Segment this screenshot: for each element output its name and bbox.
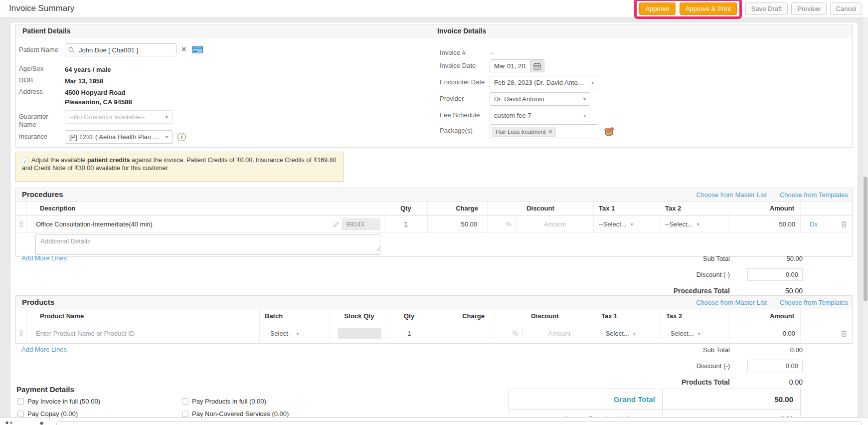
- packages-input[interactable]: Hair Loss treatment ×: [490, 124, 598, 139]
- pay-invoice-full-option[interactable]: Pay Invoice in full (50.00): [17, 398, 182, 405]
- choose-templates-link[interactable]: Choose from Templates: [780, 191, 848, 199]
- products-add-more-link[interactable]: Add More Lines: [21, 346, 67, 353]
- product-qty[interactable]: 1: [389, 323, 429, 343]
- choose-templates-link[interactable]: Choose from Templates: [780, 299, 848, 306]
- insurance-label: Insurance: [19, 130, 65, 141]
- col-discount: Discount: [494, 309, 596, 323]
- drag-handle-icon[interactable]: ⣿: [16, 323, 27, 343]
- user-avatar-icon[interactable]: [38, 422, 45, 425]
- product-charge[interactable]: [429, 323, 494, 343]
- adjust-credits-checkbox[interactable]: ✓: [22, 158, 28, 164]
- tax2-select[interactable]: --Select...▾: [665, 220, 699, 228]
- chevron-down-icon: ▾: [591, 80, 594, 85]
- insurance-select[interactable]: [P] 1231 ( Aetna Health Plan - PP... ▾: [65, 130, 173, 144]
- tax1-select[interactable]: --Select...▾: [601, 330, 636, 337]
- add-package-icon[interactable]: [603, 126, 615, 139]
- packages-label: Package(s): [440, 124, 490, 135]
- approve-button[interactable]: Approve: [639, 2, 675, 15]
- delete-row-icon[interactable]: [841, 220, 848, 228]
- products-title: Products: [22, 298, 54, 306]
- procedures-add-more-link[interactable]: Add More Lines: [21, 254, 67, 262]
- procedure-qty[interactable]: 1: [384, 215, 428, 232]
- pay-non-covered-option[interactable]: Pay Non-Covered Services (0.00): [182, 410, 391, 418]
- col-product-name: Product Name: [27, 309, 260, 323]
- provider-select[interactable]: Dr. David Antonio ▾: [490, 92, 590, 106]
- delete-row-icon[interactable]: [841, 330, 848, 337]
- smart-chat-bar: [0, 417, 868, 425]
- address-line1: 4500 Hopyard Road: [65, 85, 132, 97]
- col-qty: Qty: [389, 309, 429, 323]
- procedure-charge[interactable]: 50.00: [428, 215, 488, 232]
- edit-pencil-icon[interactable]: [334, 221, 339, 227]
- provider-row: Provider Dr. David Antonio ▾: [437, 92, 590, 106]
- chevron-down-icon: ▾: [583, 96, 586, 102]
- procedures-section: Procedures Choose from Master List Choos…: [15, 188, 853, 257]
- pay-products-full-option[interactable]: Pay Products in full (0.00): [182, 398, 391, 405]
- procedures-discount-input[interactable]: [747, 268, 803, 281]
- search-icon: [68, 46, 75, 55]
- grand-total-row: Grand Total 50.00: [509, 389, 800, 409]
- chevron-down-icon: ▾: [296, 331, 299, 336]
- calendar-icon[interactable]: [530, 59, 544, 72]
- tax1-value: --Select...: [601, 330, 629, 337]
- remove-package-icon[interactable]: ×: [548, 129, 552, 134]
- save-draft-button[interactable]: Save Draft: [745, 2, 788, 15]
- scrollbar-track[interactable]: [863, 17, 868, 425]
- contacts-icon[interactable]: [4, 421, 14, 425]
- tax1-select[interactable]: --Select...▾: [599, 220, 633, 228]
- clear-patient-icon[interactable]: ×: [181, 45, 186, 54]
- checkbox-icon[interactable]: [17, 398, 24, 405]
- tax2-select[interactable]: --Select...▾: [666, 330, 700, 337]
- details-box: Patient Details Invoice Details Patient …: [15, 24, 853, 148]
- discount-amount-field[interactable]: Amount: [523, 330, 596, 337]
- procedure-description[interactable]: Office Consultation-Intermediate(40 min): [36, 220, 153, 228]
- patient-details-column: Patient Name × Age/Sex 64 years / male D…: [16, 37, 434, 147]
- patient-name-input[interactable]: [65, 43, 176, 56]
- procedures-links: Choose from Master List Choose from Temp…: [696, 191, 848, 199]
- procedures-discount-label: Discount (-): [630, 271, 730, 278]
- grand-total-value: 50.00: [662, 389, 800, 409]
- preview-button[interactable]: Preview: [791, 2, 826, 15]
- procedure-code[interactable]: 99243: [342, 218, 380, 230]
- stock-qty-cell: [330, 323, 389, 343]
- insurance-card-icon[interactable]: [192, 46, 203, 53]
- main-panel: Patient Details Invoice Details Patient …: [10, 22, 858, 425]
- procedures-subtotal-label: Sub Total: [630, 255, 730, 262]
- checkbox-icon[interactable]: [182, 411, 188, 417]
- tax2-value: --Select...: [666, 330, 694, 337]
- age-sex-label: Age/Sex: [19, 62, 65, 73]
- discount-amount-field[interactable]: Amount: [517, 220, 593, 228]
- encounter-date-select[interactable]: Feb 28, 2023 (Dr. David Antonio) [... ▾: [490, 76, 598, 89]
- fee-schedule-select[interactable]: custom fee 7 ▾: [490, 109, 590, 122]
- grand-total-label: Grand Total: [509, 395, 662, 404]
- address-row: Address 4500 Hopyard Road Pleasanton, CA…: [16, 85, 132, 107]
- guarantor-row: Guarantor Name --No Guarantor Available-…: [16, 110, 173, 129]
- drag-handle-icon[interactable]: ⣿: [16, 215, 27, 232]
- batch-value: --Select--: [266, 330, 292, 337]
- products-discount-input[interactable]: [747, 360, 803, 372]
- approve-print-button[interactable]: Approve & Print: [680, 2, 737, 15]
- discount-percent-field[interactable]: %: [488, 220, 516, 228]
- choose-master-list-link[interactable]: Choose from Master List: [696, 299, 767, 306]
- smart-chat-input[interactable]: [56, 422, 862, 425]
- info-icon[interactable]: i: [177, 133, 186, 141]
- invoice-date-input[interactable]: [490, 59, 530, 72]
- insurance-value: [P] 1231 ( Aetna Health Plan - PP...: [69, 133, 162, 141]
- cancel-button[interactable]: Cancel: [830, 2, 862, 15]
- discount-percent-field[interactable]: %: [494, 330, 522, 337]
- col-description: Description: [27, 202, 384, 215]
- scrollbar-thumb[interactable]: [864, 177, 868, 301]
- fee-schedule-label: Fee Schedule: [440, 109, 490, 119]
- procedures-total-label: Procedures Total: [630, 287, 730, 295]
- pay-copay-option[interactable]: Pay Copay (0.00): [17, 410, 182, 418]
- dx-link[interactable]: Dx: [810, 220, 818, 228]
- fee-schedule-row: Fee Schedule custom fee 7 ▾: [437, 109, 590, 122]
- product-name-field[interactable]: Enter Product Name or Product ID: [27, 323, 260, 343]
- guarantor-select[interactable]: --No Guarantor Available-- ▾: [65, 110, 173, 124]
- product-tax2-cell: --Select...▾: [661, 323, 728, 343]
- batch-select[interactable]: --Select--▾: [266, 330, 299, 337]
- choose-master-list-link[interactable]: Choose from Master List: [696, 191, 767, 199]
- patient-name-label: Patient Name: [19, 43, 65, 54]
- checkbox-icon[interactable]: [182, 398, 188, 405]
- checkbox-icon[interactable]: [17, 411, 24, 417]
